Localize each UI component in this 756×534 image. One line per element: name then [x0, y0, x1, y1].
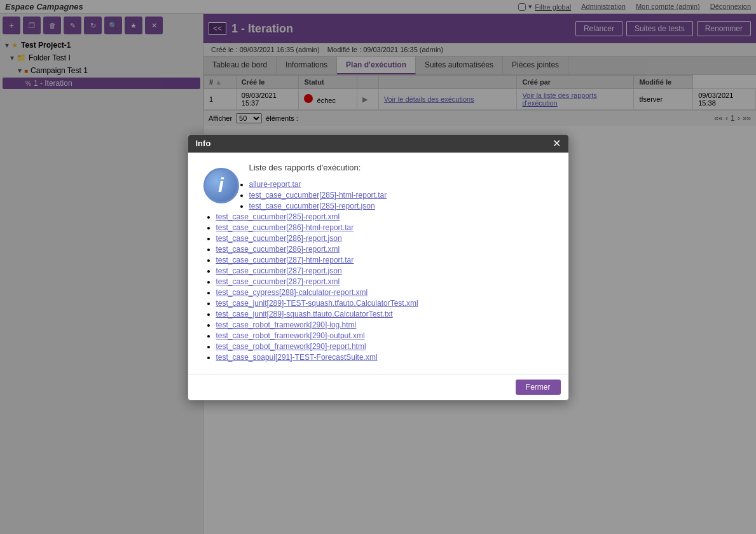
list-item: test_case_cucumber[286]-html-report.tar [216, 223, 553, 232]
file-link[interactable]: test_case_soapui[291]-TEST-ForecastSuite… [216, 353, 378, 362]
modal-fermer-button[interactable]: Fermer [516, 380, 561, 395]
file-link[interactable]: allure-report.tar [249, 180, 301, 189]
modal-body: i Liste des rapports d'exécution: allure… [188, 153, 568, 374]
file-link[interactable]: test_case_cucumber[287]-html-report.tar [216, 256, 354, 264]
modal-content: Liste des rapports d'exécution: allure-r… [203, 163, 553, 362]
file-link[interactable]: test_case_cypress[288]-calculator-report… [216, 288, 368, 297]
file-link[interactable]: test_case_cucumber[286]-report.xml [216, 245, 340, 254]
file-link[interactable]: test_case_robot_framework[290]-output.xm… [216, 331, 365, 340]
file-link[interactable]: test_case_junit[289]-squash.tfauto.Calcu… [216, 310, 393, 318]
list-item: test_case_robot_framework[290]-output.xm… [216, 331, 553, 340]
modal-close-x-button[interactable]: ✕ [553, 139, 561, 149]
file-link[interactable]: test_case_cucumber[287]-report.json [216, 266, 342, 275]
list-item: test_case_cucumber[286]-report.xml [216, 245, 553, 254]
file-link[interactable]: test_case_cucumber[285]-report.json [249, 202, 375, 210]
info-icon-area: i [203, 168, 239, 203]
list-item: test_case_soapui[291]-TEST-ForecastSuite… [216, 353, 553, 362]
file-link[interactable]: test_case_junit[289]-TEST-squash.tfauto.… [216, 299, 418, 308]
modal-footer: Fermer [188, 374, 568, 400]
file-link[interactable]: test_case_robot_framework[290]-report.ht… [216, 342, 366, 351]
info-icon: i [203, 168, 239, 203]
list-item: test_case_cucumber[286]-report.json [216, 234, 553, 243]
list-item: test_case_junit[289]-TEST-squash.tfauto.… [216, 299, 553, 308]
modal-overlay: Info ✕ i Liste des rapports d'exécution:… [0, 0, 756, 534]
list-item: test_case_cucumber[285]-report.xml [216, 212, 553, 221]
modal-body-title: Liste des rapports d'exécution: [203, 163, 553, 172]
list-item: test_case_cucumber[287]-report.json [216, 266, 553, 275]
list-item: test_case_junit[289]-squash.tfauto.Calcu… [216, 310, 553, 318]
modal-dialog: Info ✕ i Liste des rapports d'exécution:… [188, 134, 569, 400]
list-item: test_case_cucumber[287]-html-report.tar [216, 256, 553, 264]
file-link[interactable]: test_case_cucumber[286]-html-report.tar [216, 223, 354, 232]
list-item: test_case_robot_framework[290]-report.ht… [216, 342, 553, 351]
file-link[interactable]: test_case_cucumber[287]-report.xml [216, 277, 340, 286]
modal-header: Info ✕ [188, 135, 568, 153]
list-item: test_case_cucumber[285]-html-report.tar [216, 191, 553, 200]
file-link[interactable]: test_case_robot_framework[290]-log.html [216, 320, 357, 329]
file-link[interactable]: test_case_cucumber[286]-report.json [216, 234, 342, 243]
modal-title: Info [196, 139, 211, 148]
list-item: allure-report.tar [216, 180, 553, 189]
list-item: test_case_cucumber[287]-report.xml [216, 277, 553, 286]
modal-file-list: allure-report.tartest_case_cucumber[285]… [203, 180, 553, 362]
list-item: test_case_robot_framework[290]-log.html [216, 320, 553, 329]
file-link[interactable]: test_case_cucumber[285]-html-report.tar [249, 191, 387, 200]
file-link[interactable]: test_case_cucumber[285]-report.xml [216, 212, 340, 221]
list-item: test_case_cucumber[285]-report.json [216, 202, 553, 210]
list-item: test_case_cypress[288]-calculator-report… [216, 288, 553, 297]
